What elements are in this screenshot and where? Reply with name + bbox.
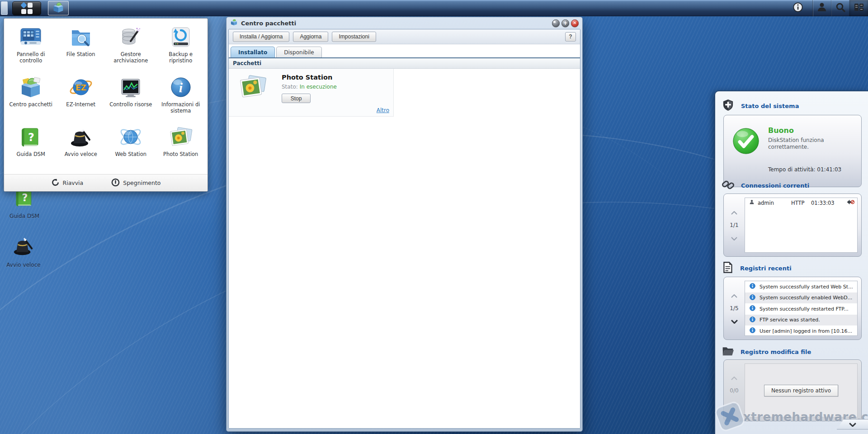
- system-info-icon: i: [169, 75, 193, 99]
- chevron-up-icon: [731, 373, 737, 382]
- restart-button[interactable]: Riavvia: [51, 178, 84, 188]
- connection-time: 01:33:03: [811, 200, 839, 206]
- chevron-up-icon[interactable]: [731, 208, 737, 217]
- chevron-up-icon[interactable]: [731, 291, 737, 300]
- status-ok-icon: [732, 127, 760, 157]
- app-backup-e-ripristino[interactable]: Backup e ripristino: [156, 23, 206, 73]
- app-gestore-archiviazione[interactable]: Gestore archiviazione: [106, 23, 156, 73]
- package-center-icon: [19, 75, 43, 99]
- help-button[interactable]: ?: [565, 32, 576, 42]
- system-status-description: DiskStation funziona correttamente.: [768, 137, 852, 151]
- close-button[interactable]: [571, 19, 579, 27]
- minimize-button[interactable]: [552, 19, 560, 27]
- connection-row[interactable]: admin HTTP 01:33:03: [745, 198, 857, 208]
- window-title: Centro pacchetti: [241, 20, 296, 27]
- chevron-down-icon[interactable]: [731, 234, 737, 242]
- disconnect-icon[interactable]: [846, 199, 854, 207]
- more-link[interactable]: Altro: [377, 107, 389, 113]
- refresh-button[interactable]: Aggiorna: [293, 32, 328, 42]
- log-row[interactable]: System successfully started Web St...: [745, 281, 857, 292]
- pager-text: 1/5: [730, 305, 738, 311]
- app-pannello-di-controllo[interactable]: Pannello di controllo: [6, 23, 56, 73]
- chevron-down-icon: [849, 420, 856, 429]
- app-centro-pacchetti[interactable]: Centro pacchetti: [6, 73, 56, 123]
- svg-text:?: ?: [28, 131, 34, 144]
- log-list: System successfully started Web St... Sy…: [745, 281, 858, 336]
- taskbar-right-group: [812, 0, 868, 16]
- install-update-button[interactable]: Installa / Aggiorna: [233, 32, 289, 42]
- storage-manager-icon: [118, 25, 143, 49]
- search-icon: [835, 2, 846, 14]
- stop-button[interactable]: Stop: [282, 94, 311, 103]
- taskbar-widget-pane-button[interactable]: [849, 0, 868, 16]
- package-list: Photo Station Stato:In esecuzione Stop A…: [229, 69, 580, 428]
- app-informazioni-di-sistema[interactable]: i Informazioni di sistema: [156, 73, 206, 123]
- package-item-photo-station[interactable]: Photo Station Stato:In esecuzione Stop A…: [229, 69, 394, 117]
- status-label: Stato:: [282, 84, 298, 90]
- app-photo-station[interactable]: Photo Station: [156, 123, 206, 173]
- maximize-button[interactable]: [561, 19, 569, 27]
- log-row[interactable]: User [admin] logged in from [10.16...: [745, 326, 857, 337]
- tab-installato[interactable]: Installato: [231, 47, 275, 57]
- connections-list: admin HTTP 01:33:03: [745, 198, 858, 253]
- connections-panel: 1/1 admin HTTP 01:33:03: [723, 193, 862, 257]
- log-row[interactable]: System successfully restarted FTP...: [745, 303, 857, 315]
- window-toolbar: Installa / Aggiorna Aggiorna Impostazion…: [229, 29, 580, 44]
- info-icon: [750, 305, 755, 312]
- desktop: ? Guida DSM Avvio veloce: [0, 0, 868, 434]
- taskbar-user-button[interactable]: [813, 0, 831, 16]
- shutdown-button[interactable]: Spegnimento: [111, 178, 160, 188]
- packages-section-header: Pacchetti: [229, 58, 580, 69]
- taskbar: [0, 0, 868, 16]
- app-label: Informazioni di sistema: [158, 101, 203, 114]
- shield-icon: [722, 99, 735, 113]
- package-center-window: Centro pacchetti Installa / Aggiorna Agg…: [226, 17, 583, 432]
- app-controllo-risorse[interactable]: Controllo risorse: [106, 73, 156, 123]
- tab-disponibile[interactable]: Disponibile: [276, 47, 321, 57]
- app-guida-dsm[interactable]: ? Guida DSM: [6, 123, 56, 173]
- system-status-header: Stato del sistema: [715, 99, 799, 113]
- app-grid-icon: [21, 3, 33, 14]
- taskbar-search-button[interactable]: [831, 0, 850, 16]
- quick-start-icon: [12, 234, 35, 259]
- settings-button[interactable]: Impostazioni: [332, 32, 376, 42]
- app-avvio-veloce[interactable]: Avvio veloce: [56, 123, 106, 173]
- widget-title: Registro modifica file: [741, 349, 811, 355]
- taskbar-info-button[interactable]: [792, 2, 804, 14]
- package-center-icon: [230, 19, 238, 28]
- file-log-pager: 0/0: [724, 360, 745, 421]
- widget-title: Registri recenti: [740, 265, 792, 272]
- window-controls: [552, 19, 579, 27]
- window-titlebar[interactable]: Centro pacchetti: [228, 17, 580, 29]
- app-label: Centro pacchetti: [9, 101, 52, 108]
- main-menu-button[interactable]: [12, 1, 41, 15]
- connection-user: admin: [758, 200, 791, 206]
- package-center-icon: [52, 1, 65, 15]
- backup-restore-icon: [169, 25, 193, 49]
- chevron-down-icon: [731, 399, 737, 408]
- info-icon: [750, 294, 755, 302]
- chevron-down-icon[interactable]: [731, 317, 738, 326]
- desktop-icon-label: Avvio veloce: [6, 262, 40, 268]
- connections-pager: 1/1: [724, 194, 745, 256]
- widget-title: Stato del sistema: [741, 103, 799, 109]
- system-status-value: Buono: [768, 126, 794, 135]
- open-folder-icon: [722, 344, 734, 359]
- power-icon: [111, 178, 120, 188]
- desktop-icon-avvio-veloce[interactable]: Avvio veloce: [3, 234, 44, 268]
- app-ez-internet[interactable]: EZ EZ-Internet: [56, 73, 106, 123]
- photo-station-icon: [169, 125, 193, 149]
- connections-header: Connessioni correnti: [715, 178, 809, 193]
- restart-icon: [51, 178, 60, 188]
- app-label: Avvio veloce: [65, 151, 97, 157]
- log-row[interactable]: System successfully enabled WebD...: [745, 292, 857, 304]
- taskbar-package-center-button[interactable]: [48, 1, 69, 15]
- log-row[interactable]: FTP service was started.: [745, 315, 857, 326]
- restart-label: Riavvia: [63, 179, 84, 186]
- app-web-station[interactable]: Web Station: [106, 123, 156, 173]
- desktop-icon-label: Guida DSM: [9, 213, 39, 219]
- app-file-station[interactable]: File Station: [56, 23, 106, 73]
- dsm-help-icon: ?: [19, 125, 43, 149]
- show-desktop-button[interactable]: [1, 1, 8, 15]
- connection-protocol: HTTP: [791, 200, 811, 206]
